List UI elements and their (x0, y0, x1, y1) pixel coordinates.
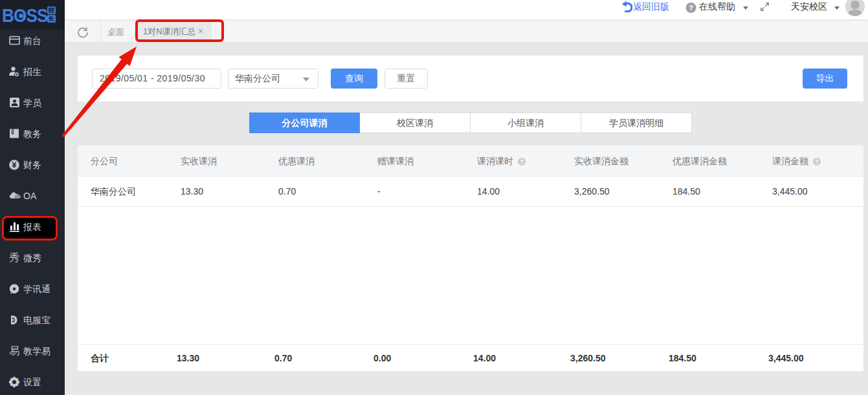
svg-text:?: ? (689, 4, 693, 12)
